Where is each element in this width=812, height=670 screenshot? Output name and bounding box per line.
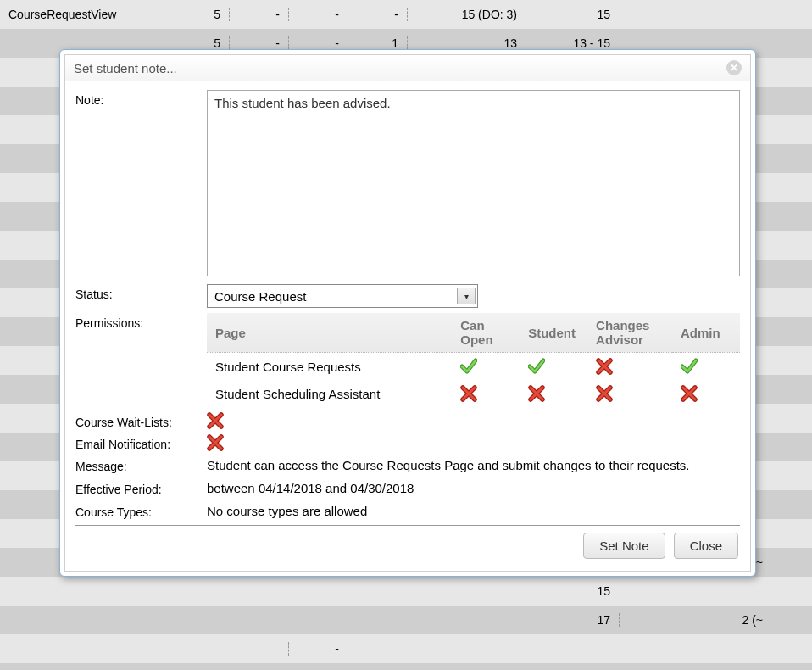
dialog-titlebar[interactable]: Set student note... ✕ — [65, 55, 750, 81]
check-icon — [681, 358, 698, 375]
note-label: Note: — [75, 90, 207, 107]
waitlists-label: Course Wait-Lists: — [75, 412, 207, 429]
x-icon — [207, 434, 224, 451]
student-note-dialog: Set student note... ✕ Note: Status: Cour… — [59, 49, 756, 577]
permission-page: Student Course Requests — [207, 353, 452, 381]
grid-cell: - — [348, 8, 407, 21]
permission-cell — [672, 380, 740, 407]
dialog-title: Set student note... — [74, 61, 177, 75]
x-icon — [207, 412, 224, 429]
x-icon — [681, 385, 698, 402]
status-select-value: Course Request — [214, 289, 457, 304]
perm-header-advisor: Changes Advisor — [587, 313, 672, 353]
grid-cell: - — [229, 36, 288, 50]
perm-header-page: Page — [207, 313, 452, 353]
check-icon — [460, 358, 477, 375]
effective-text: between 04/14/2018 and 04/30/2018 — [207, 479, 740, 497]
permissions-table: Page Can Open Student Changes Advisor Ad… — [207, 313, 740, 407]
grid-cell: - — [288, 36, 348, 50]
permission-row: Student Course Requests — [207, 353, 740, 381]
waitlists-value — [207, 412, 740, 429]
note-textarea[interactable] — [207, 90, 740, 276]
grid-cell: 15 — [526, 8, 619, 21]
set-note-button[interactable]: Set Note — [583, 533, 665, 559]
permission-cell — [587, 353, 672, 381]
perm-header-admin: Admin — [672, 313, 740, 353]
permission-cell — [587, 380, 672, 407]
grid-cell: 2 (~ — [619, 613, 771, 627]
grid-cell: 15 (DO: 3) — [407, 8, 526, 21]
x-icon — [596, 385, 613, 402]
permission-row: Student Scheduling Assistant — [207, 380, 740, 407]
permission-cell — [520, 380, 587, 407]
email-value — [207, 434, 740, 451]
grid-cell: 5 — [170, 8, 229, 21]
x-icon — [596, 358, 613, 375]
permission-cell — [452, 380, 520, 407]
table-row: 172 (~ — [0, 606, 812, 634]
effective-label: Effective Period: — [75, 479, 207, 496]
permission-page: Student Scheduling Assistant — [207, 380, 452, 407]
permission-cell — [452, 353, 520, 381]
grid-cell: 15 — [526, 584, 619, 598]
grid-cell: 13 — [407, 36, 526, 50]
x-icon — [528, 385, 545, 402]
status-select[interactable]: Course Request ▾ — [207, 284, 478, 308]
grid-cell: - — [288, 8, 348, 21]
grid-cell: - — [288, 642, 348, 656]
perm-header-canopen: Can Open — [452, 313, 520, 353]
grid-cell: - — [229, 8, 288, 21]
permission-cell — [520, 353, 587, 381]
close-icon[interactable]: ✕ — [726, 60, 742, 75]
table-row: CourseRequestView5---15 (DO: 3)15 — [0, 0, 812, 29]
check-icon — [528, 358, 545, 375]
grid-cell: 5 — [170, 36, 229, 50]
chevron-down-icon[interactable]: ▾ — [457, 288, 476, 304]
permissions-label: Permissions: — [75, 313, 207, 330]
grid-cell: 13 - 15 — [526, 36, 619, 50]
table-row: 15 — [0, 577, 812, 606]
email-label: Email Notification: — [75, 434, 207, 451]
message-label: Message: — [75, 456, 207, 473]
table-row: 7--11818 — [0, 663, 812, 670]
close-button[interactable]: Close — [674, 533, 738, 559]
status-label: Status: — [75, 284, 207, 301]
grid-cell: CourseRequestView — [0, 8, 170, 21]
x-icon — [460, 385, 477, 402]
coursetypes-label: Course Types: — [75, 502, 207, 519]
message-text: Student can access the Course Requests P… — [207, 456, 740, 474]
coursetypes-text: No course types are allowed — [207, 502, 740, 520]
table-row: - — [0, 634, 812, 663]
divider — [75, 525, 740, 526]
perm-header-student: Student — [520, 313, 587, 353]
grid-cell: 17 — [526, 613, 619, 627]
grid-cell: 1 — [348, 36, 407, 50]
permission-cell — [672, 353, 740, 381]
